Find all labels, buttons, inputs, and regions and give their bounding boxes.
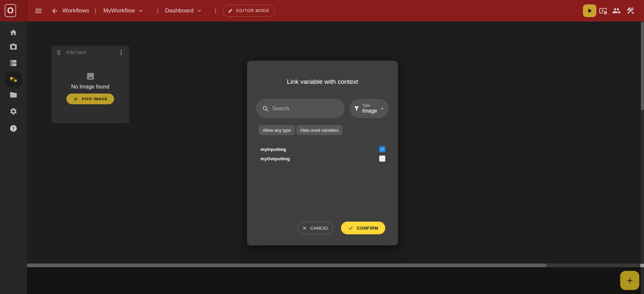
- chip-allow-any-type[interactable]: Allow any type: [259, 125, 295, 135]
- cancel-button[interactable]: CANCEL: [298, 222, 333, 234]
- type-filter-label: Type: [362, 103, 370, 108]
- chevron-down-icon: [138, 8, 144, 14]
- horizontal-scrollbar-thumb[interactable]: [27, 263, 547, 267]
- construction-icon: [626, 6, 635, 15]
- workflow-name: MyWorkflow: [103, 7, 135, 14]
- users-icon: [612, 6, 621, 15]
- chip-hide-used-variables[interactable]: Hide used variables: [296, 125, 343, 135]
- plus-icon: [73, 96, 79, 102]
- users-button[interactable]: [612, 6, 621, 15]
- type-filter-dropdown[interactable]: Type Image: [350, 99, 389, 118]
- editor-mode-button[interactable]: EDITOR MODE: [223, 5, 275, 17]
- sidebar-item-alerts[interactable]: [5, 120, 21, 136]
- view-selector[interactable]: Dashboard: [165, 0, 202, 21]
- hamburger-menu-icon: [34, 7, 43, 15]
- chevron-down-icon: [196, 8, 202, 14]
- back-button[interactable]: [51, 0, 59, 21]
- add-widget-fab[interactable]: [620, 271, 639, 290]
- pick-image-button[interactable]: PICK IMAGE: [66, 94, 114, 104]
- link-variable-dialog: Link variable with context Type Image Al…: [247, 61, 398, 245]
- settings-gear-icon: [9, 107, 17, 115]
- scrollbar-corner: [640, 264, 644, 267]
- widget-menu-icon[interactable]: [118, 49, 125, 57]
- app-logo[interactable]: O: [5, 4, 16, 17]
- menu-button[interactable]: [34, 0, 43, 21]
- type-filter-value: Image: [362, 108, 377, 114]
- pick-image-label: PICK IMAGE: [82, 97, 107, 101]
- widget-label-input[interactable]: [66, 50, 113, 55]
- workflow-selector[interactable]: MyWorkflow: [103, 0, 144, 21]
- confirm-label: CONFIRM: [357, 226, 378, 231]
- run-workflow-button[interactable]: [583, 4, 596, 17]
- image-widget-card: No Image found PICK IMAGE: [51, 46, 129, 123]
- sidebar-item-devices[interactable]: [5, 55, 21, 71]
- variable-name: myInputImg: [260, 147, 286, 152]
- dialog-title: Link variable with context: [247, 78, 398, 85]
- chevron-down-icon: [380, 106, 385, 111]
- no-image-text: No Image found: [71, 84, 109, 90]
- app-root: O Workflows | MyWorkflow |: [0, 0, 644, 294]
- video-settings-icon: [599, 7, 607, 15]
- sidebar-item-settings[interactable]: [5, 103, 21, 119]
- variable-row: myInputImg: [260, 145, 385, 153]
- video-settings-button[interactable]: [599, 6, 607, 15]
- close-icon: [302, 226, 307, 231]
- camera-icon: [9, 43, 17, 51]
- arrow-back-icon: [51, 7, 59, 15]
- breadcrumb-separator: |: [157, 0, 158, 21]
- breadcrumb-separator: |: [215, 0, 216, 21]
- pencil-icon: [228, 8, 233, 13]
- app-logo-letter: O: [7, 6, 13, 15]
- play-icon: [586, 7, 593, 14]
- dns-icon: [9, 59, 17, 67]
- variable-checkbox[interactable]: [379, 156, 385, 162]
- error-icon: [9, 124, 17, 132]
- logo-zone: O: [0, 0, 27, 21]
- sidebar-item-files[interactable]: [5, 87, 21, 103]
- drag-handle-icon[interactable]: [55, 49, 62, 57]
- variable-search: [256, 99, 345, 118]
- variable-name: myOutputImg: [260, 156, 290, 161]
- search-icon: [262, 105, 269, 112]
- filter-funnel-icon: [353, 105, 360, 112]
- plus-icon: [626, 276, 634, 285]
- home-icon: [9, 28, 17, 37]
- top-app-bar: O Workflows | MyWorkflow |: [0, 0, 644, 21]
- search-input[interactable]: [272, 106, 342, 112]
- tools-button[interactable]: [626, 6, 635, 15]
- bottom-panel: [27, 267, 644, 294]
- empty-image-state: No Image found PICK IMAGE: [51, 72, 129, 104]
- sidebar-item-home[interactable]: [5, 24, 21, 41]
- view-name: Dashboard: [165, 7, 194, 14]
- breadcrumb-separator: |: [95, 0, 96, 21]
- sidebar-item-workflows[interactable]: [5, 71, 21, 87]
- confirm-button[interactable]: CONFIRM: [341, 222, 385, 234]
- image-placeholder-icon: [86, 72, 95, 81]
- variable-row: myOutputImg: [260, 155, 385, 162]
- sidebar-item-camera[interactable]: [5, 39, 21, 55]
- vertical-scrollbar-thumb[interactable]: [641, 22, 644, 110]
- workflow-schema-icon: [9, 75, 17, 83]
- folder-icon: [9, 91, 17, 99]
- editor-mode-label: EDITOR MODE: [236, 8, 269, 13]
- breadcrumb-workflows[interactable]: Workflows: [62, 0, 89, 21]
- left-sidebar: [0, 21, 27, 294]
- check-icon: [348, 225, 353, 231]
- workflows-label: Workflows: [62, 7, 89, 14]
- variable-checkbox[interactable]: [379, 146, 385, 152]
- cancel-label: CANCEL: [310, 226, 329, 231]
